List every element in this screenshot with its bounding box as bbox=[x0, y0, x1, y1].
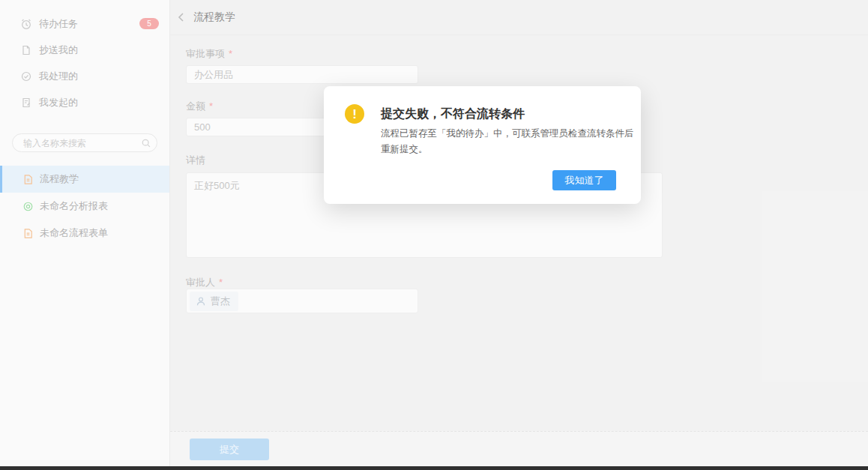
dialog-title: 提交失败，不符合流转条件 bbox=[381, 106, 627, 122]
submit-failed-dialog: ! 提交失败，不符合流转条件 流程已暂存至「我的待办」中，可联系管理员检查流转条… bbox=[324, 86, 641, 204]
warning-icon: ! bbox=[345, 104, 364, 124]
modal-overlay[interactable] bbox=[0, 0, 868, 470]
screen-bottom-edge bbox=[0, 466, 868, 470]
acknowledge-button[interactable]: 我知道了 bbox=[552, 170, 616, 190]
app-window: 待办任务 5 抄送我的 我处理的 我发起的 bbox=[0, 0, 868, 470]
dialog-message: 流程已暂存至「我的待办」中，可联系管理员检查流转条件后重新提交。 bbox=[381, 126, 640, 157]
